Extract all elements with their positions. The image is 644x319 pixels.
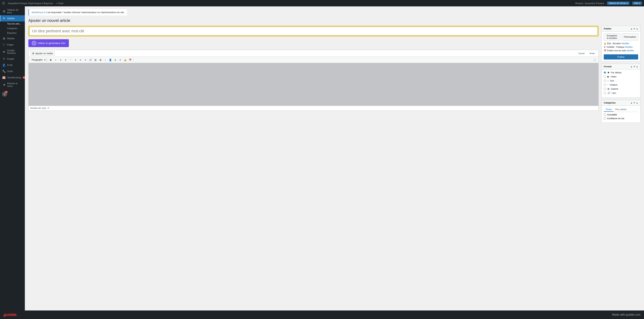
ordered-list-button[interactable]: ≡: [63, 58, 68, 62]
publish-button[interactable]: Publier: [604, 54, 638, 60]
table-button[interactable]: ⊞: [93, 58, 98, 62]
publish-actions-row: Enregistrer le brouillon Prévisualiser: [604, 33, 638, 41]
dashboard-icon: ⊞: [2, 10, 6, 13]
format-option-citation: " Citation: [604, 84, 638, 86]
format-collapse-x[interactable]: ▲: [636, 65, 638, 68]
sidebar-item-profil[interactable]: 👤 Profil: [0, 62, 25, 68]
format-panel-body: ✱ Par défaut ▶ Vidéo ♪ Son: [602, 70, 640, 98]
sidebar-item-articles[interactable]: ✎ Articles: [0, 15, 25, 22]
divi-generator-button[interactable]: D Utiliser le générateur Divi: [28, 39, 69, 47]
calendar-button[interactable]: 📅: [128, 58, 132, 62]
person-button[interactable]: 👤: [108, 58, 113, 62]
content-inner: WordPress 6.3 est disponible ! Veuillez …: [25, 7, 644, 128]
lock-button[interactable]: 🔒: [123, 58, 128, 62]
align-left-button[interactable]: ≡: [73, 58, 78, 62]
greeting-text: Bonjour, Jacqueline Parayre: [575, 2, 604, 5]
format-lien-icon: 🔗: [608, 92, 610, 94]
sidebar-subitem-categories[interactable]: Catégories: [2, 26, 25, 31]
editor-toolbar: Paragraphe B I ≡ ≡ " ≡ ≡ ≡ 🔗: [28, 57, 598, 63]
sidebar-item-projets[interactable]: ✎ Projets: [0, 56, 25, 62]
tab-toutes[interactable]: Toutes: [604, 107, 614, 112]
align-right-button[interactable]: ≡: [83, 58, 88, 62]
user-notification-badge: 10: [4, 91, 8, 93]
status-edit-link[interactable]: Modifier: [622, 42, 630, 45]
blockquote-button[interactable]: ": [68, 58, 73, 62]
categories-tabs: Toutes Plus utilisés: [604, 107, 638, 112]
eye-icon: 👁: [604, 46, 606, 48]
sidebar-item-medias[interactable]: ⊞ Médias: [0, 35, 25, 42]
site-name[interactable]: Jacqueline Parayre Sophrologue à Bayonne: [8, 2, 53, 5]
publish-collapse-down[interactable]: ▼: [633, 28, 635, 30]
sidebar-item-pages[interactable]: □ Pages: [0, 42, 25, 48]
toggle-button[interactable]: ↕: [103, 58, 108, 62]
color-button[interactable]: ■: [113, 58, 118, 62]
title-wrapper: Un titre pertinent avec mot-clé: [28, 26, 598, 37]
format-option-galerie: ⊞ Galerie: [604, 88, 638, 90]
category-checkbox-confiance[interactable]: [604, 117, 606, 120]
editor-top-toolbar: ⊞ Ajouter un média Visuel Texte: [28, 50, 598, 57]
wordpress-update-link[interactable]: WordPress 6.3: [32, 11, 47, 14]
title-area: Un titre pertinent avec mot-clé: [28, 26, 598, 37]
fullscreen-button[interactable]: ⛶: [592, 58, 597, 62]
user-avatar-item[interactable]: J 10: [0, 90, 25, 98]
format-radio-citation[interactable]: [604, 84, 606, 86]
add-media-icon: ⊞: [32, 52, 34, 55]
sidebar-item-tableau-de-bord[interactable]: ⊞ Tableau de bord: [0, 7, 25, 15]
format-radio-video[interactable]: [604, 76, 606, 78]
bottom-bar: guidde. Made with guidde.com: [0, 310, 644, 319]
preview-button[interactable]: Prévisualiser: [622, 33, 638, 41]
reduce-icon: ◄: [2, 83, 6, 86]
format-option-video: ▶ Vidéo: [604, 75, 638, 78]
format-radio-galerie[interactable]: [604, 88, 606, 90]
sidebar-item-outils[interactable]: 🔧 Outils: [0, 68, 25, 74]
create-button[interactable]: + Créer: [56, 2, 64, 5]
format-collapse-down[interactable]: ▼: [633, 65, 635, 68]
tab-plus-utilises[interactable]: Plus utilisés: [614, 107, 628, 112]
visibility-row: 👁 Visibilité : Publique Modifier: [604, 46, 638, 48]
publish-date-edit-link[interactable]: Modifier: [626, 49, 634, 52]
format-video-icon: ▶: [608, 75, 609, 78]
bold-button[interactable]: B: [48, 58, 53, 62]
help-button[interactable]: Aide ▾: [632, 2, 642, 5]
categories-collapse-down[interactable]: ▼: [633, 102, 635, 104]
editor-content-area[interactable]: [28, 63, 598, 106]
save-draft-button[interactable]: Enregistrer le brouillon: [604, 33, 620, 41]
sidebar-item-reduce[interactable]: ◄ Réduire le menu: [0, 81, 25, 89]
link-button[interactable]: 🔗: [88, 58, 93, 62]
tab-visual[interactable]: Visuel: [576, 51, 586, 56]
article-title-input[interactable]: Un titre pertinent avec mot-clé: [30, 27, 598, 35]
format-panel: Format ▲ ▼ ▲ ✱ Par défaut: [602, 64, 640, 98]
paragraph-select[interactable]: Paragraphe: [30, 58, 46, 62]
admin-sidebar: ⊞ Tableau de bord ✎ Articles Tous les ar…: [0, 7, 25, 310]
format-radio-son[interactable]: [604, 80, 606, 82]
categories-collapse-up[interactable]: ▲: [630, 102, 632, 104]
category-item-confiance: Confiance en soi: [604, 117, 638, 120]
italic-button[interactable]: I: [54, 58, 58, 62]
format-collapse-up[interactable]: ▲: [630, 65, 632, 68]
align-center-button[interactable]: ≡: [78, 58, 83, 62]
unordered-list-button[interactable]: ≡: [58, 58, 63, 62]
sidebar-subitem-etiquettes[interactable]: Étiquettes: [2, 31, 25, 35]
tab-text[interactable]: Texte: [587, 51, 597, 56]
format-radio-default[interactable]: [604, 71, 606, 74]
publish-panel-body: Enregistrer le brouillon Prévisualiser 🔒…: [602, 32, 640, 61]
editor-tabs: Visuel Texte: [576, 51, 597, 56]
google-reviews-icon: ★: [2, 50, 6, 54]
add-media-button[interactable]: ⊞ Ajouter un média: [30, 51, 55, 56]
projets-icon: ✎: [2, 57, 6, 61]
category-checkbox-actualites[interactable]: [604, 114, 606, 116]
format-son-icon: ♪: [608, 79, 609, 82]
visibility-edit-link[interactable]: Modifier: [625, 46, 633, 48]
list-view-button[interactable]: ≡: [118, 58, 122, 62]
format-galerie-icon: ⊞: [608, 88, 610, 90]
categories-collapse-x[interactable]: ▲: [636, 102, 638, 104]
publish-collapse-x[interactable]: ▲: [636, 28, 638, 30]
more-button[interactable]: ⊞: [98, 58, 103, 62]
format-radio-lien[interactable]: [604, 92, 606, 94]
sidebar-item-google-reviews[interactable]: ★ Google Reviews: [0, 48, 25, 56]
screen-options-button[interactable]: Options de l'écran ▾: [607, 2, 630, 5]
sidebar-item-teambooking[interactable]: 📅 TeamBooking 57: [0, 74, 25, 81]
publish-collapse-up[interactable]: ▲: [630, 28, 632, 30]
sidebar-subitem-tous-articles[interactable]: Tous les artic…: [2, 22, 25, 26]
format-panel-header: Format ▲ ▼ ▲: [602, 64, 640, 70]
